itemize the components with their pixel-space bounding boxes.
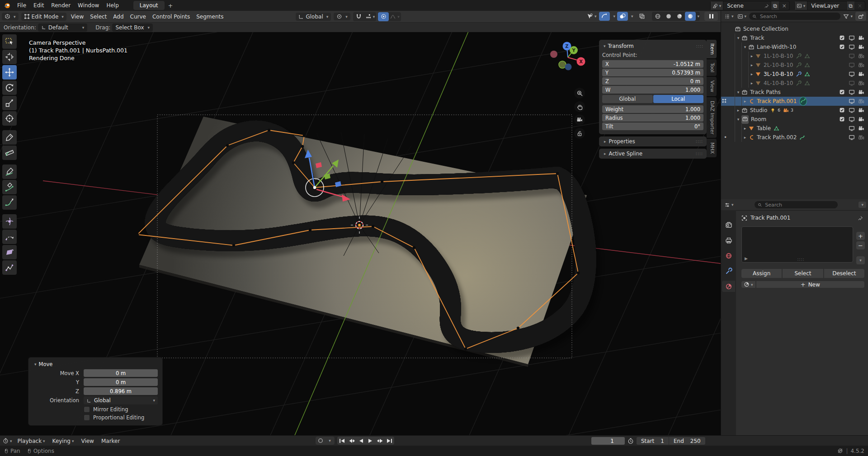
transform-panel-header[interactable]: ▾Transform :::: — [602, 42, 703, 51]
slot-list-grip[interactable]: :::: — [797, 257, 805, 262]
editor-type-button[interactable]: ▾ — [2, 13, 19, 20]
end-frame-field[interactable]: End 250 — [669, 437, 705, 445]
start-frame-field[interactable]: Start 1 — [637, 437, 669, 445]
monitor-toggle[interactable] — [847, 44, 856, 50]
deselect-button[interactable]: Deselect — [824, 269, 864, 278]
outliner-row-table[interactable]: ▸Table — [721, 124, 868, 133]
shear-tool[interactable] — [2, 245, 17, 259]
rotate-tool[interactable] — [2, 80, 17, 95]
show-overlays-toggle[interactable] — [617, 12, 628, 21]
menu-window[interactable]: Window — [74, 1, 103, 10]
transform-field-radius[interactable]: Radius1.000 — [602, 114, 703, 122]
checkbox-mirror-editing[interactable]: Mirror Editing — [84, 406, 158, 413]
pan-button[interactable] — [574, 101, 585, 112]
expand-arrow[interactable]: ▸ — [749, 72, 755, 76]
timeline-menu-marker[interactable]: Marker — [98, 437, 123, 445]
outliner-row-track-path-002[interactable]: •▸Track Path.002 — [721, 133, 868, 142]
outliner-row-2l-10-b-10[interactable]: ▸2L-10-B-10 — [721, 61, 868, 70]
axis-orbit-gizmo[interactable]: Z Y X — [545, 38, 588, 79]
timeline-editor-type-dropdown[interactable]: ▾ — [2, 437, 13, 446]
mode-dropdown[interactable]: Edit Mode▾ — [21, 13, 66, 21]
transform-field-z[interactable]: Z0 m — [602, 77, 703, 85]
checkbox-box[interactable] — [84, 406, 90, 413]
new-material-button[interactable]: + New — [756, 281, 864, 288]
field-value[interactable]: 0 m — [84, 369, 158, 377]
scene-icon[interactable]: ▾ — [711, 1, 724, 10]
add-material-slot-button[interactable]: + — [856, 232, 865, 240]
expand-arrow[interactable]: ▸ — [735, 108, 741, 113]
move-panel-header[interactable]: ▾Move — [33, 360, 158, 369]
remove-view-layer-button[interactable]: × — [854, 3, 865, 9]
expand-arrow[interactable]: ▾ — [735, 36, 741, 40]
operator-panel-move[interactable]: ▾Move Move X0 mY0 mZ0.896 m Orientation … — [28, 357, 163, 426]
snap-toggle[interactable] — [354, 12, 364, 21]
auto-keying-dropdown[interactable]: ▾ — [325, 437, 335, 445]
monitor-toggle[interactable] — [847, 71, 856, 77]
expand-arrow[interactable]: ▸ — [749, 81, 755, 85]
menu-file[interactable]: File — [14, 1, 30, 10]
camera-toggle[interactable] — [856, 107, 866, 113]
outliner-display-mode-dropdown[interactable]: ▾ — [723, 12, 735, 21]
camera-toggle[interactable] — [856, 125, 866, 132]
randomize-tool[interactable] — [2, 260, 17, 275]
next-keyframe-button[interactable] — [375, 437, 385, 445]
camera-x-toggle[interactable] — [856, 134, 866, 141]
outliner-row-room[interactable]: ▾Room — [721, 115, 868, 124]
properties-editor-type-dropdown[interactable]: ▾ — [723, 200, 735, 209]
scene-selector[interactable]: ▾ Scene ⧉ × — [710, 1, 790, 10]
viewport-3d[interactable]: ▾ Edit Mode▾ ViewSelectAddCurveControl P… — [0, 11, 721, 435]
gizmo-settings-dropdown[interactable]: ▾ — [613, 14, 615, 19]
shading-wireframe-button[interactable] — [652, 12, 663, 21]
properties-tab-world[interactable] — [722, 250, 735, 261]
checkbox-proportional-editing[interactable]: Proportional Editing — [84, 414, 158, 421]
sidebar-tab-mhx[interactable]: MHX — [707, 139, 717, 157]
scale-tool[interactable] — [2, 96, 17, 110]
assign-button[interactable]: Assign — [741, 269, 782, 278]
object-type-visibility-dropdown[interactable]: ▾ — [586, 12, 598, 21]
monitor-toggle[interactable] — [847, 98, 856, 104]
viewport-menu-curve[interactable]: Curve — [127, 12, 149, 21]
camera-x-toggle[interactable] — [856, 53, 866, 59]
check-toggle[interactable] — [837, 107, 847, 113]
proportional-falloff-dropdown[interactable]: ▾ — [389, 12, 401, 21]
sidebar-tab-tool[interactable]: Tool — [707, 59, 717, 76]
material-slot-specials-dropdown[interactable]: ▾ — [856, 256, 865, 264]
timeline-menu-playback[interactable]: Playback▾ — [14, 437, 49, 445]
slot-list-expand-icon[interactable]: ▶ — [745, 256, 748, 261]
monitor-dim-toggle[interactable] — [847, 62, 856, 68]
use-preview-range-icon[interactable] — [627, 438, 634, 444]
transform-field-w[interactable]: W1.000 — [602, 86, 703, 94]
expand-arrow[interactable]: ▸ — [749, 63, 755, 67]
outliner-row-scene-collection[interactable]: Scene Collection — [721, 24, 868, 33]
expand-arrow[interactable]: ▸ — [742, 135, 748, 140]
outliner-row-track-path-001[interactable]: ▸Track Path.001 — [721, 97, 868, 106]
xray-toggle[interactable] — [637, 12, 647, 21]
breadcrumb[interactable]: Track Path.001 — [750, 215, 790, 221]
shading-solid-button[interactable] — [663, 12, 674, 21]
transform-orientation-dropdown[interactable]: Global▾ — [296, 13, 331, 21]
expand-arrow[interactable]: ▸ — [742, 99, 748, 103]
transform-field-tilt[interactable]: Tilt0° — [602, 122, 703, 130]
shading-rendered-button[interactable] — [685, 12, 696, 21]
field-value[interactable]: 0.896 m — [84, 387, 158, 395]
outliner-search-input[interactable] — [759, 13, 838, 20]
expand-arrow[interactable]: ▾ — [742, 45, 748, 49]
new-scene-button[interactable]: ⧉ — [771, 1, 779, 10]
remove-material-slot-button[interactable]: − — [856, 241, 865, 249]
transform-field-x[interactable]: X-1.0512 m — [602, 60, 703, 68]
panel-grip-icon[interactable]: :::: — [696, 44, 703, 48]
view-layer-selector[interactable]: ▾ ViewLayer ⧉ × — [794, 1, 865, 10]
view-layer-icon[interactable]: ▾ — [795, 1, 808, 10]
jump-to-start-button[interactable] — [337, 437, 347, 445]
viewport-menu-select[interactable]: Select — [87, 12, 110, 21]
viewport-menu-view[interactable]: View — [68, 12, 87, 21]
network-offline-icon[interactable] — [837, 448, 843, 454]
global-button[interactable]: Global — [602, 95, 653, 103]
outliner-row-lane-width-10[interactable]: ▾Lane-Width-10 — [721, 42, 868, 52]
check-toggle[interactable] — [837, 89, 847, 95]
properties-tab-output[interactable] — [722, 235, 735, 246]
monitor-toggle[interactable] — [847, 134, 856, 141]
monitor-toggle[interactable] — [847, 116, 856, 122]
outliner-filter-display-dropdown[interactable]: ▾ — [736, 12, 748, 21]
sidebar-tab-daz-importer[interactable]: DAZ Importer — [707, 97, 717, 138]
